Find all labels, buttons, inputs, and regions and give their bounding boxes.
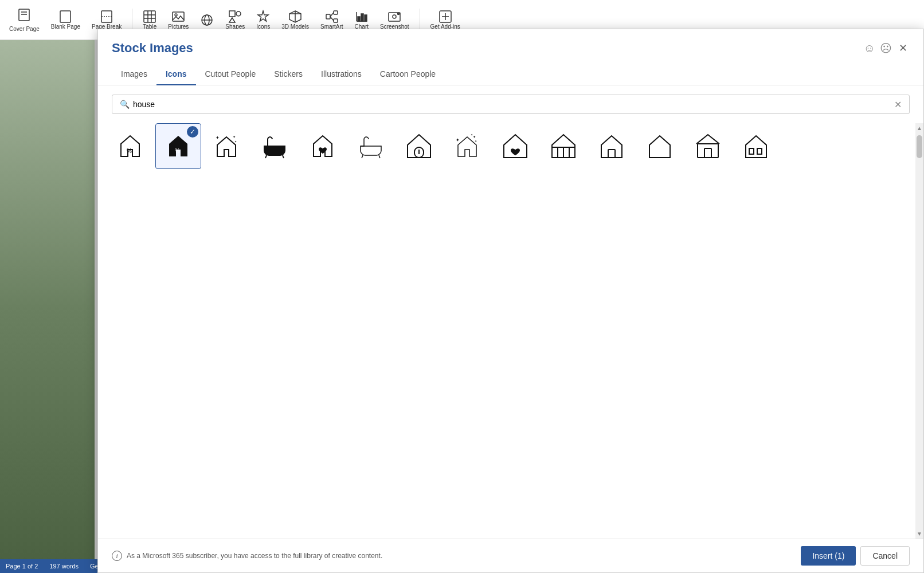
svg-marker-18 [229, 18, 235, 22]
scrollbar-track[interactable]: ▲ ▼ [915, 123, 923, 539]
svg-point-12 [175, 14, 177, 16]
document-page-left [0, 40, 95, 573]
tab-icons[interactable]: Icons [156, 64, 196, 85]
cover-page-label: Cover Page [9, 26, 40, 32]
svg-text:%: % [127, 148, 132, 154]
cancel-button[interactable]: Cancel [860, 546, 910, 566]
3d-models-icon [288, 10, 302, 23]
shapes-icon [228, 10, 242, 23]
svg-rect-21 [326, 14, 330, 19]
svg-rect-29 [361, 14, 363, 21]
blank-page-label: Blank Page [51, 23, 80, 30]
search-container: 🔍 ✕ [98, 85, 923, 123]
smiley-icon: ☺ [864, 42, 875, 55]
page-image [0, 40, 95, 573]
info-icon: i [112, 551, 122, 561]
search-clear-button[interactable]: ✕ [894, 99, 902, 110]
svg-line-44 [362, 155, 363, 158]
svg-rect-22 [334, 11, 338, 14]
svg-rect-59 [749, 148, 754, 154]
scroll-down-arrow[interactable]: ▼ [915, 529, 923, 539]
tab-cartoon-people[interactable]: Cartoon People [371, 64, 445, 85]
icon-house-heart-outline[interactable] [300, 123, 346, 169]
icon-house-door[interactable] [396, 123, 442, 169]
scroll-up-arrow[interactable]: ▲ [915, 123, 923, 133]
tab-illustrations[interactable]: Illustrations [312, 64, 371, 85]
tab-images[interactable]: Images [112, 64, 156, 85]
picture-icon [171, 10, 185, 23]
svg-line-24 [330, 13, 334, 17]
svg-point-33 [398, 13, 400, 15]
tab-stickers[interactable]: Stickers [265, 64, 312, 85]
toolbar-blank-page[interactable]: Blank Page [48, 7, 84, 32]
icon-house-columns[interactable] [541, 123, 586, 169]
icon-house-outline[interactable] [637, 123, 683, 169]
toolbar-separator [132, 9, 132, 32]
tab-cutout-people[interactable]: Cutout People [196, 64, 265, 85]
icon-bathtub-2[interactable] [348, 123, 394, 169]
toolbar-online-pictures[interactable] [197, 11, 217, 29]
svg-rect-60 [757, 148, 762, 154]
toolbar-cover-page[interactable]: Cover Page [6, 6, 43, 34]
scroll-thumb[interactable] [917, 135, 922, 158]
svg-rect-58 [704, 148, 711, 158]
screenshot-icon [387, 10, 401, 23]
svg-rect-16 [229, 11, 235, 17]
svg-line-25 [330, 17, 334, 21]
search-icon: 🔍 [120, 100, 130, 109]
svg-line-45 [379, 155, 380, 158]
icon-house-simple[interactable] [589, 123, 635, 169]
svg-text:✦: ✦ [216, 135, 220, 140]
icon-house-porch[interactable] [733, 123, 779, 169]
icon-house-sparkle[interactable]: ✦ ✦ ✦ [203, 123, 249, 169]
search-input[interactable] [112, 95, 910, 114]
svg-rect-0 [19, 9, 29, 21]
online-pictures-icon [200, 13, 214, 27]
icon-house-percent[interactable]: % [107, 123, 153, 169]
svg-text:✦: ✦ [475, 139, 477, 143]
selected-badge: ✓ [187, 126, 198, 138]
svg-rect-57 [698, 144, 718, 158]
svg-line-43 [283, 155, 284, 158]
icon-house-percent-filled[interactable]: % ✓ [155, 123, 201, 169]
svg-text:✦: ✦ [233, 135, 236, 139]
sad-icon: ☹ [880, 41, 892, 55]
footer-info: i As a Microsoft 365 subscriber, you hav… [112, 551, 382, 561]
svg-text:✦: ✦ [234, 140, 237, 143]
tab-bar: Images Icons Cutout People Stickers Illu… [98, 64, 923, 85]
modal-footer: i As a Microsoft 365 subscriber, you hav… [98, 539, 923, 572]
svg-text:%: % [175, 148, 180, 154]
icon-house-heart[interactable] [492, 123, 538, 169]
close-button[interactable]: ✕ [896, 40, 910, 57]
svg-point-32 [393, 15, 396, 18]
svg-line-42 [265, 155, 267, 158]
svg-point-17 [236, 11, 241, 16]
footer-buttons: Insert (1) Cancel [801, 546, 910, 566]
blank-page-icon [58, 10, 72, 23]
icon-house-sparkle-2[interactable]: ✦ ✦ ✦ ✦ [444, 123, 490, 169]
cover-page-icon [17, 8, 31, 25]
svg-rect-6 [144, 11, 155, 22]
svg-rect-23 [334, 19, 338, 22]
page-break-icon [100, 10, 113, 23]
footer-text: As a Microsoft 365 subscriber, you have … [127, 552, 382, 560]
svg-rect-11 [173, 12, 184, 21]
stock-images-modal: Stock Images ☺ ☹ ✕ Images Icons Cutout P… [97, 29, 924, 573]
icon-house-modern[interactable] [685, 123, 731, 169]
svg-rect-3 [60, 11, 71, 22]
modal-header: Stock Images ☺ ☹ ✕ [98, 29, 923, 64]
get-addins-icon [438, 10, 452, 23]
svg-rect-30 [365, 15, 367, 21]
svg-text:✦: ✦ [473, 135, 476, 139]
icon-bathtub[interactable] [252, 123, 297, 169]
smartart-icon [325, 10, 339, 23]
table-icon [143, 10, 156, 23]
insert-button[interactable]: Insert (1) [801, 546, 856, 566]
page-info: Page 1 of 2 [6, 563, 38, 570]
modal-title: Stock Images [112, 41, 193, 56]
icons-toolbar-icon [256, 10, 270, 23]
modal-header-icons: ☺ ☹ ✕ [864, 40, 910, 57]
icons-grid: % % ✓ ✦ ✦ ✦ [98, 123, 923, 539]
separator2 [420, 9, 420, 32]
svg-text:✦: ✦ [471, 133, 473, 136]
